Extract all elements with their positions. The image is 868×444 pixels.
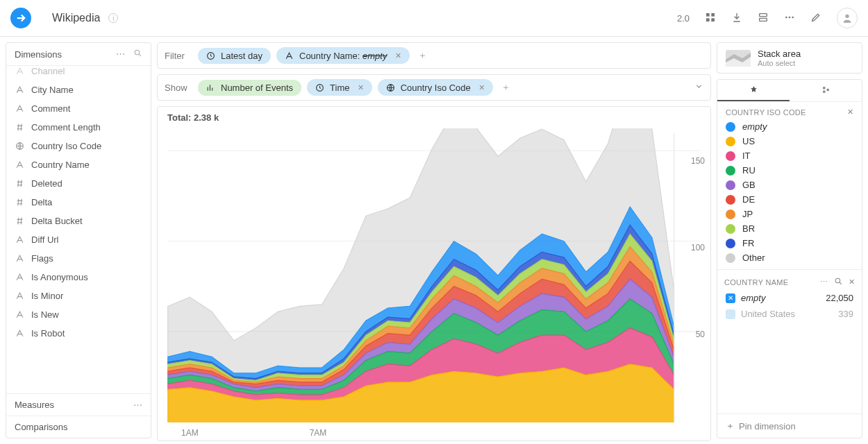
x-tick: 1AM (181, 428, 199, 438)
edit-icon[interactable] (810, 12, 821, 25)
checkbox-unchecked-icon[interactable] (726, 309, 735, 319)
country-value: 22,050 (826, 293, 853, 303)
more-icon[interactable] (784, 12, 795, 25)
svg-point-10 (135, 50, 140, 55)
dimension-label: Deleted (31, 178, 62, 189)
comparisons-title[interactable]: Comparisons (15, 422, 142, 432)
dimension-item[interactable]: Country Iso Code (6, 137, 151, 155)
dimension-item[interactable]: Deleted (6, 174, 151, 193)
dimension-label: Channel (31, 66, 65, 76)
dimension-item[interactable]: Comment Length (6, 118, 151, 137)
legend-item[interactable]: empty (717, 119, 862, 134)
y-tick: 100 (691, 243, 705, 253)
pin-tab[interactable] (717, 80, 790, 101)
legend-label: DE (742, 194, 755, 205)
dimension-item[interactable]: Country Name (6, 155, 151, 174)
dimension-item[interactable]: City Name (6, 80, 151, 99)
legend-item[interactable]: Other (717, 250, 862, 265)
country-row[interactable]: ✕empty22,050 (717, 290, 862, 306)
svg-point-6 (785, 16, 787, 18)
text-icon (15, 254, 24, 263)
dimension-label: City Name (31, 85, 74, 95)
measures-title[interactable]: Measures (15, 400, 133, 410)
svg-rect-1 (711, 13, 715, 17)
app-logo[interactable] (10, 8, 31, 28)
svg-point-7 (789, 16, 791, 18)
pill-close-icon[interactable]: × (395, 50, 401, 61)
legend-label: FR (742, 238, 754, 248)
show-add-icon[interactable]: ＋ (499, 81, 513, 94)
download-icon[interactable] (731, 12, 742, 25)
svg-rect-0 (706, 13, 710, 17)
stacked-area-chart[interactable]: 150 100 50 1AM 7AM (158, 128, 710, 441)
legend-item[interactable]: JP (717, 207, 862, 221)
measures-more-icon[interactable]: ⋯ (133, 400, 142, 410)
dimension-label: Is Anonymous (31, 272, 88, 282)
legend-item[interactable]: GB (717, 178, 862, 192)
pill-close-icon[interactable]: × (358, 82, 363, 93)
info-icon[interactable]: i (108, 13, 118, 23)
checkbox-checked-icon[interactable]: ✕ (726, 293, 735, 303)
chart-container: Total: 2.38 k 150 100 50 1AM 7AM (157, 106, 711, 441)
dimension-item[interactable]: Flags (6, 249, 151, 268)
total-label: Total: (167, 112, 194, 123)
visualization-selector[interactable]: Stack area Auto select (717, 42, 862, 74)
show-pill[interactable]: Country Iso Code× (378, 79, 493, 96)
svg-point-9 (845, 15, 849, 18)
svg-rect-19 (823, 87, 825, 89)
pin-dimension-button[interactable]: ＋ Pin dimension (717, 413, 862, 438)
server-icon[interactable] (758, 12, 769, 25)
dimension-label: Comment Length (31, 122, 101, 133)
user-avatar[interactable] (837, 8, 858, 28)
country-row[interactable]: United States339 (717, 306, 862, 322)
svg-rect-21 (826, 89, 828, 91)
country-close-icon[interactable]: ✕ (849, 278, 855, 287)
dimension-item[interactable]: Comment (6, 99, 151, 118)
dimensions-more-icon[interactable]: ⋯ (116, 49, 125, 60)
legend-label: JP (742, 209, 753, 219)
app-header: Wikipedia i 2.0 (0, 0, 868, 37)
pin-label: Pin dimension (739, 421, 796, 432)
show-pill[interactable]: Time× (307, 79, 372, 96)
filter-pill[interactable]: Latest day (198, 48, 271, 64)
legend-swatch (726, 210, 735, 219)
legend-item[interactable]: US (717, 134, 862, 148)
legend-item[interactable]: RU (717, 163, 862, 178)
legend-item[interactable]: DE (717, 192, 862, 207)
dimension-item[interactable]: Is Minor (6, 287, 151, 305)
legend-item[interactable]: FR (717, 236, 862, 250)
dimensions-search-icon[interactable] (133, 49, 142, 60)
country-value: 339 (838, 309, 853, 319)
pill-close-icon[interactable]: × (479, 82, 485, 93)
panels-icon[interactable] (705, 12, 716, 25)
dimension-item[interactable]: Channel (6, 66, 151, 80)
show-expand-icon[interactable] (694, 82, 703, 93)
legend-swatch (726, 195, 735, 205)
text-icon (15, 85, 24, 94)
dimension-item[interactable]: Is New (6, 305, 151, 324)
dimension-item[interactable]: Delta (6, 193, 151, 212)
svg-rect-4 (760, 13, 767, 16)
legend-item[interactable]: BR (717, 221, 862, 236)
dimension-label: Country Name (31, 160, 90, 170)
legend-swatch (726, 151, 735, 161)
filter-pill[interactable]: Country Name: empty× (276, 47, 410, 64)
series-tab[interactable] (790, 80, 862, 101)
dimension-label: Is Minor (31, 291, 63, 301)
dimensions-panel: Dimensions ⋯ ChannelCity NameCommentComm… (6, 42, 151, 438)
legend-swatch (726, 253, 735, 263)
legend-close-icon[interactable]: ✕ (847, 108, 853, 117)
filter-add-icon[interactable]: ＋ (415, 49, 430, 62)
dimension-item[interactable]: Delta Bucket (6, 212, 151, 230)
legend-item[interactable]: IT (717, 148, 862, 163)
dimension-item[interactable]: Is Anonymous (6, 268, 151, 287)
dimension-item[interactable]: Diff Url (6, 230, 151, 249)
svg-point-8 (792, 16, 794, 18)
vis-sub: Auto select (758, 59, 801, 67)
show-pill[interactable]: Number of Events (198, 80, 301, 96)
total-value: 2.38 k (194, 112, 219, 123)
text-icon (15, 235, 24, 244)
country-more-icon[interactable]: ⋯ (820, 278, 828, 287)
country-search-icon[interactable] (834, 277, 843, 287)
dimension-item[interactable]: Is Robot (6, 324, 151, 343)
